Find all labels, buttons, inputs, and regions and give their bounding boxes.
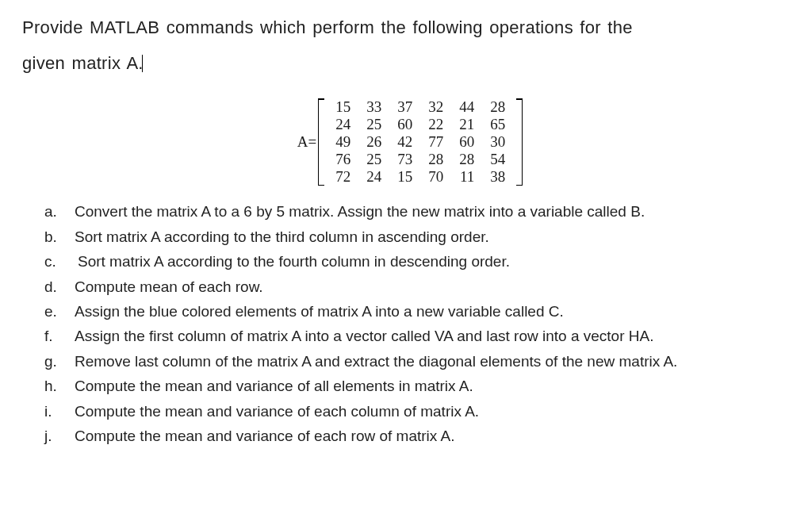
- matrix-cell: 73: [389, 151, 420, 168]
- matrix-cell: 11: [451, 168, 482, 186]
- question-item: i.Compute the mean and variance of each …: [44, 400, 793, 423]
- matrix-row: 153337324428: [327, 98, 513, 116]
- question-text: Convert the matrix A to a 6 by 5 matrix.…: [73, 200, 793, 223]
- question-text: Compute the mean and variance of each ro…: [73, 424, 793, 447]
- matrix-row: 492642776030: [327, 133, 513, 151]
- question-label: g.: [44, 350, 73, 373]
- matrix-cell: 42: [389, 133, 420, 151]
- question-item: c.Sort matrix A according to the fourth …: [44, 250, 793, 273]
- matrix-row: 722415701138: [327, 168, 513, 186]
- question-item: e.Assign the blue colored elements of ma…: [44, 300, 793, 323]
- matrix-cell: 49: [327, 133, 358, 151]
- matrix-cell: 44: [451, 98, 482, 116]
- prompt-line-2: given matrix A.: [22, 53, 144, 73]
- matrix-cell: 54: [482, 151, 513, 168]
- question-item: j.Compute the mean and variance of each …: [44, 424, 793, 447]
- text-cursor: [142, 55, 143, 72]
- matrix-cell: 28: [451, 151, 482, 168]
- question-label: d.: [44, 275, 73, 298]
- left-bracket: [318, 98, 324, 186]
- question-item: d.Compute mean of each row.: [44, 275, 793, 298]
- question-text: Sort matrix A according to the third col…: [73, 225, 793, 248]
- matrix-cell: 15: [327, 98, 358, 116]
- prompt-line-1: Provide MATLAB commands which perform th…: [22, 17, 633, 37]
- matrix-cell: 24: [358, 168, 389, 186]
- question-label: e.: [44, 300, 73, 323]
- question-item: h.Compute the mean and variance of all e…: [44, 374, 793, 397]
- matrix-cell: 38: [482, 168, 513, 186]
- question-text: Sort matrix A according to the fourth co…: [73, 250, 793, 273]
- question-text: Compute the mean and variance of all ele…: [73, 374, 793, 397]
- matrix-row: 762573282854: [327, 151, 513, 168]
- question-text: Assign the blue colored elements of matr…: [73, 300, 793, 323]
- question-label: b.: [44, 225, 73, 248]
- question-item: a.Convert the matrix A to a 6 by 5 matri…: [44, 200, 793, 223]
- matrix-cell: 21: [451, 116, 482, 133]
- prompt-text: Provide MATLAB commands which perform th…: [22, 10, 798, 81]
- question-text: Assign the first column of matrix A into…: [73, 324, 793, 347]
- question-label: j.: [44, 424, 73, 447]
- matrix-cell: 65: [482, 116, 513, 133]
- question-text: Compute the mean and variance of each co…: [73, 400, 793, 423]
- question-item: g.Remove last column of the matrix A and…: [44, 350, 793, 373]
- matrix-cell: 30: [482, 133, 513, 151]
- matrix-cell: 32: [420, 98, 451, 116]
- question-item: b.Sort matrix A according to the third c…: [44, 225, 793, 248]
- matrix-cell: 25: [358, 116, 389, 133]
- question-list: a.Convert the matrix A to a 6 by 5 matri…: [22, 200, 798, 447]
- matrix-cell: 72: [327, 168, 358, 186]
- matrix-cell: 22: [420, 116, 451, 133]
- matrix-cell: 37: [389, 98, 420, 116]
- matrix-table: 1533373244282425602221654926427760307625…: [327, 98, 513, 186]
- matrix-cell: 70: [420, 168, 451, 186]
- matrix-cell: 60: [389, 116, 420, 133]
- matrix-cell: 15: [389, 168, 420, 186]
- matrix-cell: 33: [358, 98, 389, 116]
- question-label: i.: [44, 400, 73, 423]
- question-label: f.: [44, 324, 73, 347]
- question-item: f.Assign the first column of matrix A in…: [44, 324, 793, 347]
- matrix-cell: 25: [358, 151, 389, 168]
- matrix-cell: 26: [358, 133, 389, 151]
- matrix-cell: 28: [482, 98, 513, 116]
- matrix-lhs: A=: [297, 133, 316, 151]
- matrix-cell: 76: [327, 151, 358, 168]
- matrix-cell: 77: [420, 133, 451, 151]
- question-label: h.: [44, 374, 73, 397]
- question-label: a.: [44, 200, 73, 223]
- matrix-block: A= 1533373244282425602221654926427760307…: [22, 98, 798, 186]
- right-bracket: [516, 98, 523, 186]
- question-text: Remove last column of the matrix A and e…: [73, 350, 793, 373]
- matrix-cell: 60: [451, 133, 482, 151]
- matrix-cell: 28: [420, 151, 451, 168]
- matrix-row: 242560222165: [327, 116, 513, 133]
- question-text: Compute mean of each row.: [73, 275, 793, 298]
- matrix-cell: 24: [327, 116, 358, 133]
- question-label: c.: [44, 250, 73, 273]
